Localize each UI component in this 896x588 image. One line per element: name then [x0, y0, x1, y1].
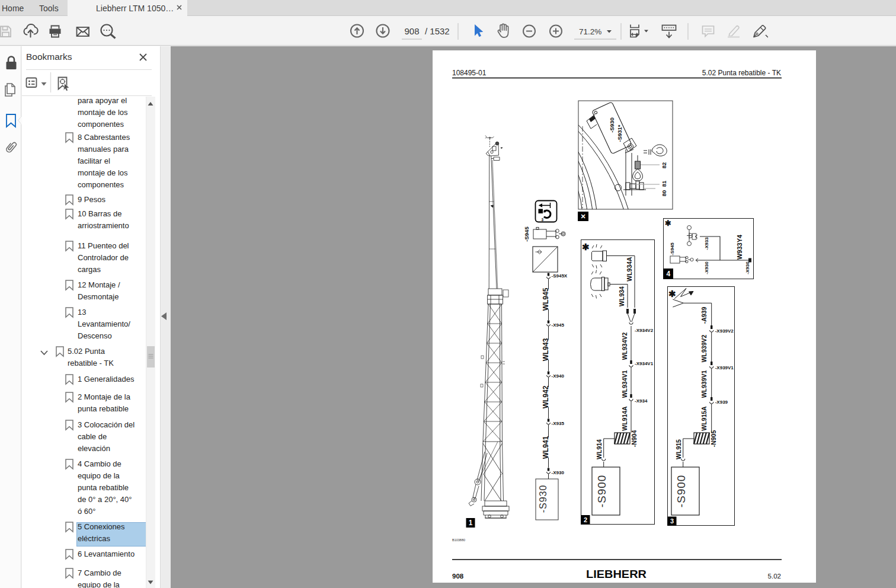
svg-text:-S945: -S945 [523, 226, 530, 242]
svg-text:-X934V1: -X934V1 [635, 361, 654, 366]
svg-text:✱: ✱ [668, 289, 676, 299]
svg-text:3: 3 [670, 517, 674, 525]
svg-text:WL939V2: WL939V2 [700, 334, 708, 362]
svg-text:WL934A: WL934A [626, 257, 633, 282]
svg-text:WL939V1: WL939V1 [700, 370, 708, 398]
svg-text:WL934V2: WL934V2 [621, 332, 628, 360]
svg-text:WL914: WL914 [596, 439, 603, 459]
svg-text:1: 1 [469, 519, 473, 527]
svg-text:-S930: -S930 [538, 485, 548, 513]
svg-text:WL914A: WL914A [621, 406, 628, 431]
svg-text:✕: ✕ [580, 213, 585, 220]
svg-text:5.02 Punta rebatible - TK: 5.02 Punta rebatible - TK [702, 69, 781, 77]
svg-text:LIEBHERR: LIEBHERR [586, 568, 647, 580]
svg-text:-S945: -S945 [670, 242, 675, 255]
svg-text:-X945: -X945 [552, 322, 565, 328]
svg-text:81: 81 [661, 180, 667, 187]
svg-text:-X934V2: -X934V2 [635, 328, 654, 333]
svg-text:-X930: -X930 [745, 261, 750, 274]
svg-text:-N905: -N905 [710, 430, 717, 448]
svg-text:3: 3 [542, 218, 544, 222]
svg-text:WL941: WL941 [542, 436, 550, 459]
svg-text:-X930: -X930 [704, 261, 709, 274]
svg-text:WL934V1: WL934V1 [621, 370, 628, 398]
svg-text:-S931*: -S931* [616, 124, 623, 142]
svg-text:-S945X: -S945X [552, 273, 568, 279]
svg-text:-X935: -X935 [552, 421, 565, 426]
svg-text:908: 908 [452, 573, 464, 580]
svg-text:-X939V1: -X939V1 [715, 365, 734, 370]
svg-text:W933Y4: W933Y4 [736, 234, 743, 260]
svg-text:-N904: -N904 [631, 430, 638, 448]
svg-text:WL943: WL943 [542, 338, 550, 361]
svg-text:WL934: WL934 [618, 286, 625, 306]
svg-text:82: 82 [661, 162, 667, 169]
svg-text:5.02: 5.02 [768, 573, 781, 580]
svg-text:✱: ✱ [665, 219, 671, 228]
svg-text:-A939: -A939 [700, 307, 708, 324]
svg-text:WL915A: WL915A [700, 406, 708, 431]
svg-text:B103880: B103880 [452, 538, 465, 542]
svg-text:80: 80 [661, 190, 667, 197]
svg-text:-X939V2: -X939V2 [715, 328, 734, 334]
svg-text:WL945: WL945 [542, 287, 550, 311]
svg-text:-S900: -S900 [675, 475, 687, 508]
svg-text:WL915: WL915 [675, 439, 682, 459]
svg-text:-X933: -X933 [704, 237, 709, 250]
svg-text:-X940: -X940 [552, 373, 565, 379]
svg-text:WL942: WL942 [542, 385, 550, 408]
svg-text:108495-01: 108495-01 [452, 69, 487, 77]
svg-text:-S900: -S900 [596, 475, 608, 508]
svg-text:-X930: -X930 [552, 470, 565, 475]
svg-text:4: 4 [666, 270, 670, 278]
svg-text:2: 2 [584, 516, 587, 523]
svg-text:-S930: -S930 [609, 117, 615, 132]
svg-text:-X939: -X939 [715, 400, 728, 405]
svg-text:✱: ✱ [582, 242, 590, 252]
svg-text:-X934: -X934 [635, 398, 648, 404]
